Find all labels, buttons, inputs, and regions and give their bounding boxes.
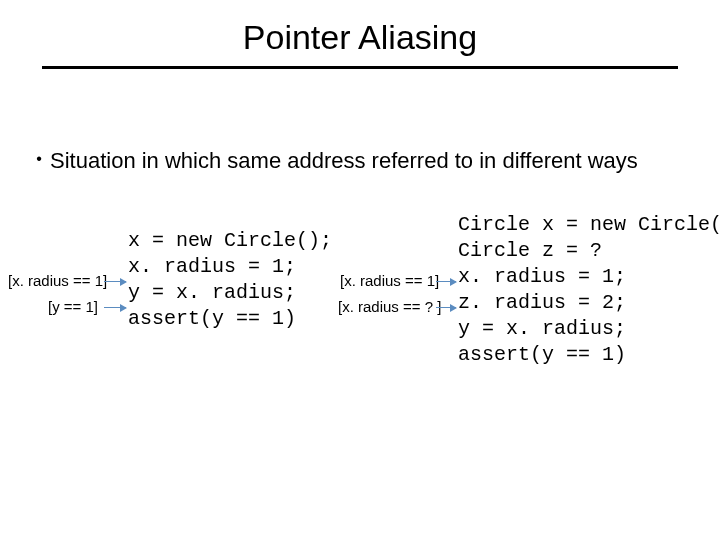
code-block-left: x = new Circle(); x. radius = 1; y = x. … [128,228,332,332]
arrow-icon [436,281,456,282]
bullet-marker: • [28,148,50,170]
annotation-right-1: [x. radius == 1] [340,272,439,290]
annotation-right-2: [x. radius == ? ] [338,298,441,316]
arrow-icon [104,281,126,282]
arrow-icon [436,307,456,308]
bullet-text: Situation in which same address referred… [50,148,638,174]
code-block-right: Circle x = new Circle(); Circle z = ? x.… [458,212,720,368]
title-rule [42,66,678,69]
bullet-item: • Situation in which same address referr… [28,148,638,174]
slide: Pointer Aliasing • Situation in which sa… [0,0,720,540]
slide-title: Pointer Aliasing [0,18,720,57]
annotation-left-2: [y == 1] [48,298,98,316]
annotation-left-1: [x. radius == 1] [8,272,107,290]
arrow-icon [104,307,126,308]
